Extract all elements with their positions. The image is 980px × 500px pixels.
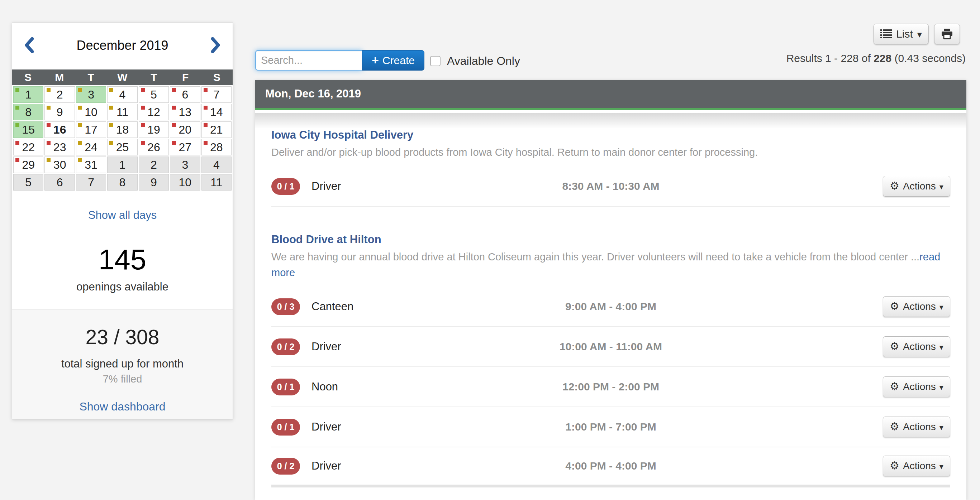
caret-down-icon bbox=[940, 181, 943, 192]
calendar-day[interactable]: 5 bbox=[13, 174, 43, 190]
available-only-checkbox[interactable] bbox=[430, 56, 441, 66]
red-status-dot-icon bbox=[204, 141, 208, 145]
calendar-day[interactable]: 21 bbox=[202, 121, 232, 138]
green-status-dot-icon bbox=[16, 88, 19, 92]
calendar-day[interactable]: 30 bbox=[45, 157, 75, 173]
calendar-day[interactable]: 31 bbox=[76, 157, 106, 173]
red-status-dot-icon bbox=[204, 88, 208, 92]
calendar-day[interactable]: 16 bbox=[45, 121, 75, 138]
calendar-day[interactable]: 7 bbox=[76, 174, 106, 190]
shift-role-label: Noon bbox=[312, 380, 338, 393]
calendar-day[interactable]: 8 bbox=[13, 104, 43, 121]
calendar-day[interactable]: 22 bbox=[13, 139, 43, 156]
red-status-dot-icon bbox=[141, 88, 145, 92]
calendar-day[interactable]: 12 bbox=[139, 104, 169, 121]
calendar-day[interactable]: 17 bbox=[76, 121, 106, 138]
actions-button[interactable]: Actions bbox=[883, 176, 950, 197]
signed-up-count: 23 / 308 bbox=[12, 325, 232, 349]
day-number: 8 bbox=[119, 176, 126, 189]
calendar-day[interactable]: 8 bbox=[107, 174, 137, 190]
calendar-day[interactable]: 4 bbox=[107, 86, 137, 103]
yellow-status-dot-icon bbox=[78, 88, 82, 92]
yellow-status-dot-icon bbox=[46, 88, 51, 92]
calendar-day[interactable]: 15 bbox=[13, 121, 43, 138]
calendar-day[interactable]: 2 bbox=[139, 157, 169, 173]
events-list: Iowa City Hospital DeliveryDeliver and/o… bbox=[255, 110, 966, 487]
calendar-day[interactable]: 25 bbox=[107, 139, 137, 156]
day-number: 13 bbox=[179, 106, 192, 119]
actions-button[interactable]: Actions bbox=[883, 337, 950, 357]
actions-button[interactable]: Actions bbox=[883, 456, 950, 476]
next-month-button[interactable] bbox=[207, 36, 224, 54]
calendar-day[interactable]: 14 bbox=[202, 104, 232, 121]
calendar-day[interactable]: 29 bbox=[13, 157, 43, 173]
calendar-day[interactable]: 3 bbox=[170, 157, 200, 173]
calendar-day[interactable]: 3 bbox=[76, 86, 106, 103]
calendar-day[interactable]: 26 bbox=[139, 139, 169, 156]
date-group-label: Mon, Dec 16, 2019 bbox=[265, 87, 361, 100]
red-status-dot-icon bbox=[172, 141, 176, 145]
shift-time-range: 8:30 AM - 10:30 AM bbox=[562, 180, 659, 192]
calendar-day[interactable]: 20 bbox=[170, 121, 200, 138]
day-number: 25 bbox=[116, 141, 129, 154]
day-number: 9 bbox=[57, 106, 63, 119]
actions-button[interactable]: Actions bbox=[883, 376, 950, 397]
red-status-dot-icon bbox=[141, 141, 145, 145]
actions-button[interactable]: Actions bbox=[883, 417, 950, 437]
calendar-day[interactable]: 10 bbox=[76, 104, 106, 121]
caret-down-icon bbox=[940, 341, 943, 352]
calendar-day[interactable]: 23 bbox=[45, 139, 75, 156]
plus-icon bbox=[372, 53, 382, 67]
calendar-day[interactable]: 9 bbox=[139, 174, 169, 190]
day-number: 18 bbox=[116, 123, 129, 137]
weekday-label: W bbox=[117, 71, 127, 83]
red-status-dot-icon bbox=[204, 123, 208, 127]
day-number: 10 bbox=[179, 176, 192, 189]
calendar-day[interactable]: 10 bbox=[170, 174, 200, 190]
red-status-dot-icon bbox=[141, 123, 145, 127]
calendar-day[interactable]: 27 bbox=[170, 139, 200, 156]
day-number: 27 bbox=[179, 141, 192, 154]
actions-button[interactable]: Actions bbox=[883, 296, 950, 317]
available-only-filter[interactable]: Available Only bbox=[430, 54, 520, 68]
yellow-status-dot-icon bbox=[109, 123, 113, 127]
show-all-days-link[interactable]: Show all days bbox=[88, 209, 157, 221]
print-button[interactable] bbox=[934, 24, 960, 44]
month-title: December 2019 bbox=[12, 38, 232, 53]
calendar-day[interactable]: 9 bbox=[45, 104, 75, 121]
calendar-day[interactable]: 2 bbox=[45, 86, 75, 103]
slots-filled-badge: 0 / 3 bbox=[271, 298, 300, 315]
calendar-day[interactable]: 7 bbox=[202, 86, 232, 103]
day-number: 10 bbox=[84, 106, 97, 119]
day-number: 16 bbox=[53, 123, 66, 137]
calendar-day[interactable]: 1 bbox=[13, 86, 43, 103]
show-dashboard-link[interactable]: Show dashboard bbox=[79, 400, 165, 413]
day-number: 29 bbox=[22, 158, 35, 171]
calendar-day[interactable]: 1 bbox=[107, 157, 137, 173]
calendar-sidebar: December 2019 SMTWTFS 123456789101112131… bbox=[12, 22, 233, 419]
shift-row: 0 / 1Driver1:00 PM - 7:00 PMActions bbox=[271, 407, 950, 448]
calendar-day[interactable]: 28 bbox=[202, 139, 232, 156]
shifts-list: 0 / 1Driver8:30 AM - 10:30 AMActions bbox=[271, 167, 950, 207]
event-title-link[interactable]: Blood Drive at Hilton bbox=[271, 233, 382, 246]
red-status-dot-icon bbox=[141, 106, 145, 110]
calendar-day[interactable]: 6 bbox=[170, 86, 200, 103]
calendar-day[interactable]: 13 bbox=[170, 104, 200, 121]
yellow-status-dot-icon bbox=[46, 158, 51, 162]
calendar-day[interactable]: 24 bbox=[76, 139, 106, 156]
day-number: 4 bbox=[213, 158, 220, 171]
calendar-day[interactable]: 19 bbox=[139, 121, 169, 138]
weekday-label: S bbox=[24, 71, 32, 83]
calendar-day[interactable]: 6 bbox=[45, 174, 75, 190]
day-number: 1 bbox=[119, 158, 126, 171]
calendar-day[interactable]: 4 bbox=[202, 157, 232, 173]
calendar-day[interactable]: 11 bbox=[107, 104, 137, 121]
calendar-day[interactable]: 11 bbox=[202, 174, 232, 190]
view-mode-dropdown[interactable]: List bbox=[873, 24, 929, 44]
calendar-day[interactable]: 5 bbox=[139, 86, 169, 103]
actions-label: Actions bbox=[903, 181, 936, 192]
create-button[interactable]: Create bbox=[362, 50, 425, 71]
event-title-link[interactable]: Iowa City Hospital Delivery bbox=[271, 129, 413, 141]
search-input[interactable] bbox=[255, 50, 362, 71]
calendar-day[interactable]: 18 bbox=[107, 121, 137, 138]
